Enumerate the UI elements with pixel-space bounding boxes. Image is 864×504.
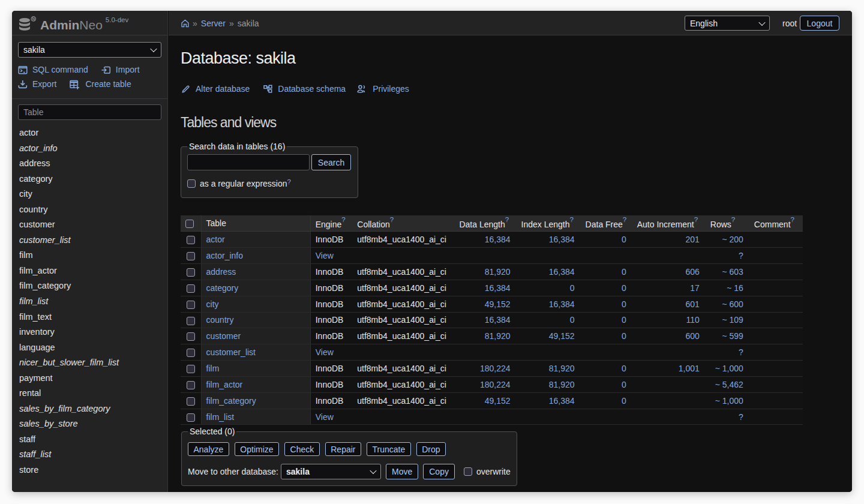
svg-text:N: N — [32, 17, 35, 21]
